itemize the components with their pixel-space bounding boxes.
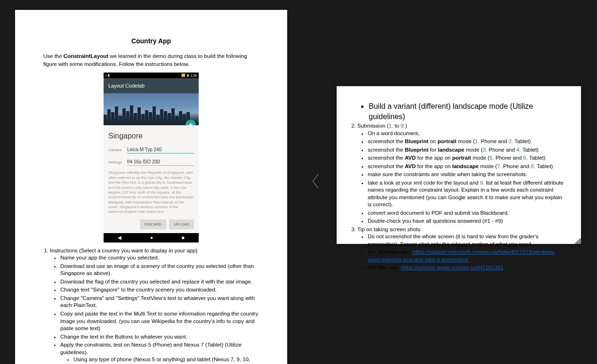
- list-item: Apply the constraints, test on Nexus 5 (…: [60, 341, 259, 364]
- status-icon: ▪: [105, 74, 106, 77]
- list-item: Name your app the country you selected.: [60, 254, 259, 262]
- home-icon[interactable]: ●: [150, 235, 153, 240]
- list-item: convert word document to PDF and submit …: [368, 210, 567, 217]
- content-card: Singapore Camera Settings Singapore offi…: [104, 125, 199, 233]
- status-bar: ▪ ▮ 📶 ▮ 2:28: [104, 73, 199, 78]
- camera-input[interactable]: [127, 146, 194, 154]
- list-item: Do not screenshot the whole screen (it i…: [368, 233, 567, 248]
- camera-label: Camera: [108, 148, 123, 152]
- list-item: Instructions (Select a country you want …: [50, 247, 259, 364]
- status-icon: ▮: [108, 73, 110, 77]
- list-item: make sure the constraints are visible wh…: [368, 171, 567, 178]
- list-item: On a word document,: [368, 130, 567, 138]
- app-bar-title: Layout Codelab: [108, 83, 145, 89]
- list-item: Change "Camera" and "Settings" TextView'…: [60, 295, 259, 309]
- nav-bar: ◀ ● ■: [104, 233, 199, 243]
- settings-label: Settings: [108, 160, 123, 164]
- list-item: Download and use an image of a scenery o…: [60, 263, 259, 277]
- instructions-list: Instructions (Select a country you want …: [43, 247, 259, 364]
- list-item: Change text "Singapore" to the country s…: [60, 286, 259, 294]
- hero-image: [104, 93, 199, 125]
- signal-icon: 📶: [181, 73, 186, 77]
- battery-icon: ▮: [187, 73, 189, 77]
- settings-input[interactable]: [127, 158, 194, 166]
- list-item: Submission (1. to 9.) On a word document…: [357, 122, 567, 225]
- discard-button[interactable]: DISCARD: [140, 219, 166, 229]
- list-item: screenshot the AVD for the app on landsc…: [368, 163, 567, 170]
- list-item: Tip on taking screen shots Do not screen…: [357, 226, 567, 272]
- resize-handle-icon[interactable]: [574, 237, 581, 244]
- clock-text: 2:28: [190, 74, 197, 77]
- star-icon: [188, 122, 194, 125]
- recent-icon[interactable]: ■: [182, 235, 185, 240]
- list-item: Build a variant (different) landscape mo…: [369, 101, 567, 121]
- chevron-left-icon: [310, 172, 321, 190]
- list-item: screenshot the AVD for the app on portra…: [368, 154, 567, 162]
- city-title: Singapore: [108, 132, 194, 140]
- page-title: Country App: [43, 37, 259, 45]
- star-fab[interactable]: [186, 120, 196, 125]
- mac-link[interactable]: https://support.apple.com/en-us/HT201361: [401, 265, 503, 270]
- prev-page-arrow[interactable]: [306, 170, 325, 193]
- list-item: Change the text in the Buttons to whatev…: [60, 333, 259, 341]
- app-bar: Layout Codelab: [104, 78, 199, 93]
- list-item: For Mac see: https://support.apple.com/e…: [368, 264, 567, 272]
- phone-mock-container: ▪ ▮ 📶 ▮ 2:28 Layout Codelab: [43, 73, 259, 243]
- list-item: take a look at your xml code for the lay…: [368, 179, 567, 209]
- list-item: screenshot the Blueprint for landscape m…: [368, 146, 567, 154]
- phone-mock: ▪ ▮ 📶 ▮ 2:28 Layout Codelab: [104, 73, 199, 243]
- document-page-1: Country App Use the ConstraintLayout we …: [15, 10, 287, 364]
- list-item: screenshot the Blueprint on portrait mod…: [368, 138, 567, 146]
- list-item: Double-check you have all questions answ…: [368, 218, 567, 225]
- list-item: Copy and paste the text in the Multi Tex…: [60, 310, 259, 332]
- upload-button[interactable]: UPLOAD: [169, 219, 194, 229]
- list-item: Using any type of phone (Nexus 5 or anyt…: [73, 356, 259, 364]
- document-page-2: Build a variant (different) landscape mo…: [337, 86, 581, 244]
- intro-paragraph: Use the ConstraintLayout we learned in t…: [43, 52, 259, 68]
- list-item: For Windows see: https://support.microso…: [368, 249, 567, 263]
- description-text: Singapore officially the Republic of Sin…: [108, 170, 194, 215]
- back-icon[interactable]: ◀: [118, 235, 121, 240]
- list-item: Download the flag of the country you sel…: [60, 278, 259, 286]
